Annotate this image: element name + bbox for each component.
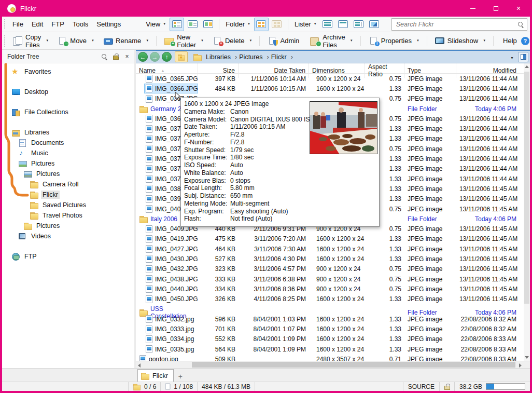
table-row[interactable]: IMG_0333.jpg701 KB8/04/2001 1:07 PM1600 …: [136, 324, 530, 334]
favorites-folder-button[interactable]: ★: [175, 51, 188, 62]
folder-menu-button[interactable]: Folder: [223, 20, 253, 28]
table-row[interactable]: IMG_0427.JPG464 KB3/11/2006 7:30 AM1600 …: [136, 244, 530, 254]
table-row[interactable]: IMG_0440.JPG334 KB3/11/2006 8:36 PM900 x…: [136, 284, 530, 294]
new-folder-button[interactable]: +New Folder: [160, 32, 207, 50]
scroll-up-icon[interactable]: [525, 65, 529, 68]
admin-button[interactable]: Admin: [263, 35, 305, 47]
dual-display-button[interactable]: [518, 52, 528, 62]
view-menu-button[interactable]: View: [144, 20, 168, 28]
lock-toggle[interactable]: [439, 382, 454, 391]
view-tiles-button[interactable]: [185, 18, 200, 31]
forward-button[interactable]: →: [150, 52, 160, 62]
file-name-cell: IMG_0419.JPG: [136, 234, 198, 244]
sidebar-item-music[interactable]: Music: [2, 148, 134, 158]
archive-files-icon: ←: [310, 36, 320, 46]
lister-list-button[interactable]: [352, 18, 366, 31]
table-row[interactable]: IMG_0430.JPG527 KB3/11/2006 4:30 PM1600 …: [136, 254, 530, 264]
type-cell: JPEG image: [404, 276, 456, 283]
archive-files-button[interactable]: ←Archive Files: [306, 32, 356, 50]
unlock-icon: [444, 384, 450, 390]
view-thumbs-button[interactable]: [201, 18, 215, 31]
tab-flickr[interactable]: Flickr: [137, 369, 174, 382]
table-row[interactable]: IMG_0334.jpg552 KB8/04/2001 1:09 PM1600 …: [136, 334, 530, 344]
path-dropdown-icon[interactable]: [510, 53, 514, 61]
help-button[interactable]: Help?: [497, 35, 532, 47]
sidebar-item-flickr[interactable]: Flickr: [2, 189, 134, 200]
table-row[interactable]: USS ConstellationFile FolderToday 4:06 P…: [136, 304, 530, 314]
table-row[interactable]: gordon.jpg509 KB2480 x 3507 x 240.71JPEG…: [136, 354, 530, 361]
sidebar-item-camera-roll[interactable]: Camera Roll: [2, 179, 134, 189]
scroll-right-icon[interactable]: [519, 363, 522, 368]
type-cell: JPEG image: [404, 316, 456, 323]
vscroll-thumb[interactable]: [524, 72, 529, 304]
table-row[interactable]: IMG_0438.JPG333 KB3/11/2006 6:38 PM900 x…: [136, 274, 530, 284]
rename-icon: [103, 36, 114, 46]
minimize-button[interactable]: [461, 0, 484, 17]
tree-unlock-icon[interactable]: [111, 52, 120, 61]
rename-button[interactable]: Rename: [99, 35, 152, 47]
breadcrumb-segment-pictures[interactable]: Pictures: [238, 53, 270, 61]
sidebar-item-desktop[interactable]: Desktop: [2, 87, 134, 97]
move-button[interactable]: →Move: [53, 35, 98, 47]
up-button[interactable]: ↑: [162, 52, 172, 62]
sidebar-item-travel-photos[interactable]: Travel Photos: [2, 210, 134, 221]
lister-menu-button[interactable]: Lister: [292, 20, 319, 28]
menu-edit[interactable]: Edit: [27, 17, 47, 32]
delete-button[interactable]: ×Delete: [208, 35, 256, 47]
table-row[interactable]: IMG_0366.JPG484 KB1/11/2006 10:15 AM1600…: [136, 84, 530, 93]
copy-files-button[interactable]: Copy Files: [9, 32, 52, 50]
scroll-down-icon[interactable]: [525, 356, 529, 359]
tree-item-label: Travel Photos: [41, 211, 84, 220]
table-row[interactable]: IMG_0419.JPG475 KB3/11/2006 7:20 AM1600 …: [136, 234, 530, 244]
search-box[interactable]: [391, 18, 527, 31]
sidebar-item-pictures[interactable]: Pictures: [2, 221, 134, 231]
search-icon[interactable]: [517, 21, 524, 28]
modified-cell: 13/11/2006 11:44 AM: [456, 165, 524, 172]
maximize-button[interactable]: [484, 0, 507, 17]
menu-settings[interactable]: Settings: [92, 17, 125, 32]
sidebar-item-pictures[interactable]: Pictures: [2, 169, 134, 179]
infotip-field-value: Not fired (Auto): [230, 215, 272, 223]
menu-ftp[interactable]: FTP: [47, 17, 68, 32]
folder-flat-button[interactable]: [270, 18, 284, 31]
scroll-left-icon[interactable]: [138, 363, 141, 368]
slideshow-button[interactable]: Slideshow: [431, 35, 489, 47]
hscroll-thumb[interactable]: [192, 362, 515, 368]
horizontal-scrollbar[interactable]: [136, 361, 530, 368]
close-button[interactable]: ×: [507, 0, 530, 17]
properties-button[interactable]: iProperties: [365, 35, 423, 47]
tree-search-icon[interactable]: [100, 52, 108, 61]
folder-dual-button[interactable]: [254, 18, 269, 31]
lister-pic-button[interactable]: [367, 18, 382, 31]
help-label: Help: [503, 37, 517, 45]
breadcrumb-segment-flickr[interactable]: Flickr: [270, 53, 294, 61]
sidebar-item-saved-pictures[interactable]: Saved Pictures: [2, 200, 134, 210]
tree-close-icon[interactable]: ×: [123, 52, 131, 61]
search-input[interactable]: [395, 20, 517, 29]
file-size-cell: 564 KB: [198, 346, 239, 353]
table-row[interactable]: IMG_0335.jpg564 KB8/04/2001 1:09 PM1600 …: [136, 344, 530, 354]
table-row[interactable]: IMG_0450.JPG326 KB4/11/2006 8:25 PM1600 …: [136, 294, 530, 304]
vertical-scrollbar[interactable]: [524, 63, 530, 361]
lister-v-button[interactable]: [336, 18, 351, 31]
sidebar-item-libraries[interactable]: Libraries: [2, 127, 134, 138]
menu-tools[interactable]: Tools: [68, 17, 92, 32]
view-details-button[interactable]: [170, 18, 184, 31]
toolbar-grip[interactable]: [4, 19, 6, 29]
table-row[interactable]: IMG_0332.jpg596 KB8/04/2001 1:03 PM1600 …: [136, 314, 530, 324]
sidebar-item-ftp[interactable]: FTP: [2, 251, 134, 262]
add-tab-button[interactable]: +: [175, 371, 186, 382]
date-taken-cell: 4/11/2006 8:25 PM: [239, 295, 309, 303]
menu-file[interactable]: File: [8, 17, 27, 32]
sidebar-item-file-collections[interactable]: File Collections: [2, 107, 134, 117]
back-button[interactable]: ←: [138, 52, 148, 62]
sidebar-item-videos[interactable]: Videos: [2, 231, 134, 241]
table-row[interactable]: IMG_0365.JPG397 KB1/11/2006 10:14 AM900 …: [136, 74, 530, 84]
lister-h-button[interactable]: [320, 18, 335, 31]
sidebar-item-favorites[interactable]: Favorites: [2, 66, 134, 77]
sidebar-item-pictures[interactable]: Pictures: [2, 158, 134, 169]
breadcrumb-segment-libraries[interactable]: Libraries: [205, 53, 238, 61]
toolbar-grip[interactable]: [4, 35, 6, 47]
sidebar-item-documents[interactable]: Documents: [2, 138, 134, 148]
table-row[interactable]: IMG_0432.JPG323 KB3/11/2006 4:57 PM900 x…: [136, 264, 530, 274]
